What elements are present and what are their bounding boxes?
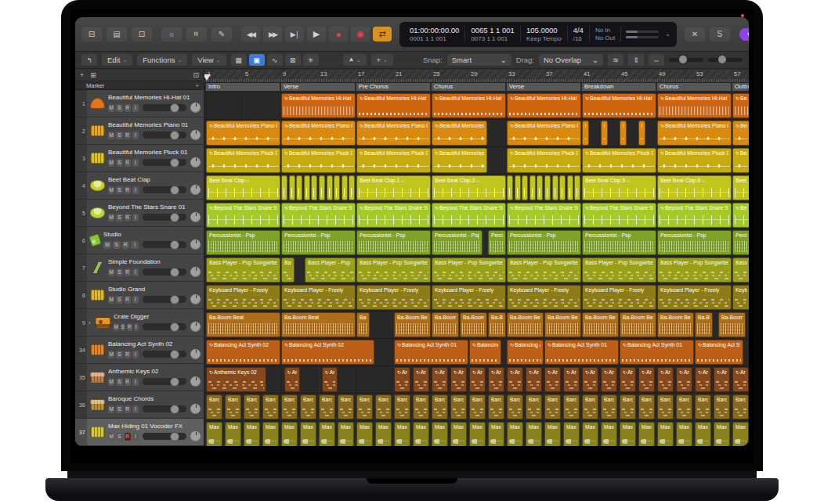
region[interactable]: Max Hiding 01 V bbox=[206, 422, 222, 446]
snap-dropdown[interactable]: Smart⌄ bbox=[447, 54, 511, 66]
region[interactable]: Beet Beat Clap.3 ⌂ bbox=[432, 175, 506, 200]
section-marker[interactable]: Chorus bbox=[657, 83, 732, 91]
region[interactable]: Bass Player - Pop Songwriter bbox=[432, 257, 506, 283]
region[interactable]: Baroque Chords bbox=[732, 394, 749, 419]
record-enable-button[interactable]: R bbox=[125, 433, 131, 441]
region[interactable]: ↻Anthe bbox=[322, 367, 338, 392]
region[interactable]: ↻Anthe bbox=[732, 367, 749, 392]
region[interactable]: ↻Anthe bbox=[676, 367, 692, 392]
pan-knob[interactable] bbox=[190, 239, 201, 250]
region[interactable]: ↻Anthemic Keys 02 bbox=[206, 367, 266, 392]
region[interactable]: Ba-Boom Beat bbox=[281, 312, 356, 337]
volume-slider[interactable] bbox=[143, 433, 186, 440]
region[interactable]: ↻Beautiful Memories Piano 01.3 bbox=[732, 121, 749, 146]
region[interactable]: Keyboard Player - Freely bbox=[356, 285, 431, 310]
region[interactable]: Be bbox=[620, 121, 627, 146]
volume-slider[interactable] bbox=[143, 351, 186, 358]
input-monitor-button[interactable]: I bbox=[132, 131, 139, 139]
volume-slider[interactable] bbox=[143, 159, 186, 166]
region[interactable]: Baroque Chords bbox=[657, 394, 674, 419]
region[interactable]: Percussionist - Pop bbox=[206, 230, 280, 255]
region[interactable]: Baroque Chords bbox=[206, 394, 222, 419]
pan-knob[interactable] bbox=[190, 322, 201, 332]
region[interactable]: Baroque Chords bbox=[300, 394, 316, 419]
region[interactable]: B bbox=[552, 175, 558, 200]
region[interactable]: Max Hiding 01 V bbox=[375, 422, 392, 446]
flex-view-icon[interactable]: ⊠ bbox=[285, 54, 301, 66]
region[interactable]: B bbox=[567, 175, 573, 200]
solo-button[interactable]: S bbox=[116, 214, 122, 221]
record-enable-button[interactable]: R bbox=[122, 241, 130, 249]
devices-toggle-icon[interactable]: ⊟ bbox=[81, 27, 102, 41]
region[interactable]: ↻Balancing Act bbox=[507, 340, 544, 365]
region[interactable]: Percussionist - Pop bbox=[356, 230, 431, 255]
region[interactable]: Baroque Chords bbox=[563, 394, 580, 419]
region[interactable]: Baroque Chords bbox=[262, 394, 279, 419]
mute-button[interactable]: M bbox=[108, 405, 114, 413]
region[interactable]: ↻Beautiful Memories Piano 01.1 bbox=[281, 121, 356, 146]
solo-button[interactable]: S bbox=[116, 159, 122, 167]
region[interactable]: Keyboard Player - Freely bbox=[657, 285, 732, 310]
grid-view-icon[interactable]: ▦ bbox=[231, 54, 247, 66]
region[interactable]: Percussionist - Pop bbox=[582, 230, 656, 255]
region[interactable]: Max Hiding 01 V bbox=[488, 422, 504, 446]
mute-button[interactable]: M bbox=[108, 104, 114, 112]
pan-knob[interactable] bbox=[190, 294, 201, 304]
region[interactable]: B bbox=[311, 175, 317, 200]
volume-slider[interactable] bbox=[143, 378, 186, 385]
section-marker[interactable]: Outtro bbox=[732, 83, 749, 91]
pan-knob[interactable] bbox=[190, 185, 201, 195]
region[interactable]: ↻Anthe bbox=[413, 367, 429, 392]
input-monitor-button[interactable]: I bbox=[132, 268, 139, 276]
track-header[interactable]: 3Beautiful Memories Pluck 01MSRI bbox=[75, 145, 204, 172]
track-header[interactable]: 2Beautiful Memories Piano 01MSRI bbox=[75, 117, 204, 145]
track-header[interactable]: 5Beyond The Stars Snare 01MSRI bbox=[75, 200, 204, 227]
volume-slider[interactable] bbox=[143, 104, 186, 111]
section-marker[interactable]: Chorus bbox=[432, 83, 507, 91]
region[interactable]: B bbox=[507, 175, 513, 200]
go-to-end-button[interactable]: ▶❘ bbox=[285, 27, 304, 41]
play-button[interactable]: ▶ bbox=[307, 27, 326, 41]
mute-button[interactable]: M bbox=[114, 323, 119, 331]
region[interactable]: ↻Anthe bbox=[563, 367, 580, 392]
region[interactable]: Max Hiding 01 V bbox=[281, 422, 298, 446]
region[interactable]: ↻Anthe bbox=[544, 367, 561, 392]
region[interactable]: Max Hiding 01 V bbox=[413, 422, 429, 446]
solo-button[interactable]: S bbox=[121, 323, 126, 331]
region[interactable]: ↻Beautiful Memories Pluck 01.1 bbox=[281, 148, 356, 173]
region[interactable]: B bbox=[319, 175, 325, 200]
region[interactable]: ↻Beyond The Stars Snare 01.2 bbox=[657, 203, 732, 228]
region[interactable]: Max Hiding 01 V bbox=[244, 422, 260, 446]
region[interactable]: Ba-Boom Beat bbox=[394, 312, 431, 337]
region[interactable]: Max Hiding 01 V bbox=[582, 422, 598, 446]
region[interactable]: Max Hiding 01 V bbox=[432, 422, 448, 446]
track-header[interactable]: 4Beet Beat ClapMSRI bbox=[75, 172, 204, 200]
region[interactable]: Bass Player - Pop So bbox=[305, 257, 356, 283]
track-stack-view-icon[interactable]: ✳ bbox=[303, 54, 319, 66]
region[interactable]: Max Hiding 01 V bbox=[338, 422, 354, 446]
mute-button[interactable]: M bbox=[108, 351, 114, 358]
volume-slider[interactable] bbox=[143, 241, 186, 248]
region[interactable]: Ba-Boom Beat bbox=[544, 312, 581, 337]
inspector-toggle-icon[interactable]: ⊡ bbox=[132, 27, 152, 41]
volume-slider[interactable] bbox=[143, 296, 186, 303]
region[interactable]: Max Hiding 01 V bbox=[638, 422, 655, 446]
input-monitor-button[interactable]: I bbox=[134, 323, 139, 331]
region[interactable]: ↻Beautiful Memories Hi-Hat 02.2 bbox=[507, 93, 581, 118]
region[interactable]: ↻Anthe bbox=[394, 367, 410, 392]
volume-slider[interactable] bbox=[143, 214, 186, 221]
region-view-icon[interactable]: ▣ bbox=[249, 54, 265, 66]
region[interactable]: Beet Beat Clap.5 ⌂ bbox=[582, 175, 656, 200]
waveform-zoom-icon[interactable]: ≋ bbox=[608, 54, 623, 66]
region[interactable]: Ba-Boom Beat bbox=[620, 312, 656, 337]
region[interactable]: Percussionist - Pop bbox=[507, 230, 581, 255]
region[interactable]: Max Hiding 01 V bbox=[469, 422, 486, 446]
region[interactable]: Max Hiding 01 V bbox=[676, 422, 692, 446]
region[interactable]: Max Hiding 01 V bbox=[695, 422, 711, 446]
mute-button[interactable]: M bbox=[108, 214, 114, 221]
region[interactable]: B bbox=[304, 175, 310, 200]
section-marker[interactable]: Verse bbox=[281, 83, 356, 91]
record-enable-button[interactable]: R bbox=[125, 296, 131, 304]
input-monitor-button[interactable]: I bbox=[132, 186, 139, 194]
region[interactable]: ↻Beyond The Stars Snare 02 ∞ bbox=[356, 203, 431, 228]
